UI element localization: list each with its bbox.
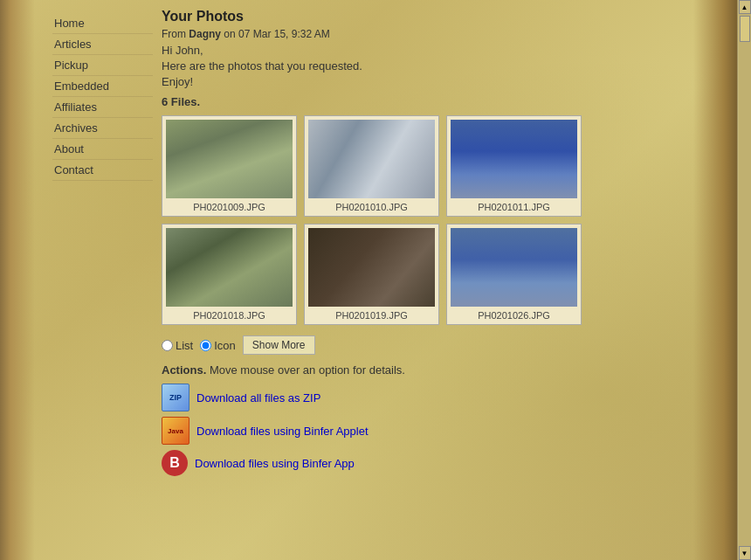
binfer-icon: B: [162, 450, 188, 476]
send-date: 07 Mar 15, 9:32 AM: [238, 28, 330, 40]
sidebar-item-home[interactable]: Home: [52, 13, 153, 34]
greeting: Hi John,: [162, 44, 685, 57]
sidebar-item-archives[interactable]: Archives: [52, 118, 153, 139]
sender-name: Dagny: [189, 28, 221, 40]
page-wrapper: Home Articles Pickup Embedded Affiliates…: [0, 0, 751, 560]
photo-label-1: PH0201009.JPG: [166, 202, 293, 212]
enjoy-text: Enjoy!: [162, 75, 685, 88]
actions-label: Actions.: [162, 363, 206, 377]
photo-grid: PH0201009.JPG PH0201010.JPG PH0201011.JP…: [162, 115, 685, 325]
sidebar-item-about[interactable]: About: [52, 139, 153, 160]
right-edge: [693, 0, 737, 560]
photo-image-4: [166, 228, 293, 307]
list-radio-label[interactable]: List: [162, 339, 193, 352]
scroll-up-button[interactable]: ▲: [739, 0, 751, 14]
photo-cell-6[interactable]: PH0201026.JPG: [446, 224, 582, 325]
photo-cell-2[interactable]: PH0201010.JPG: [304, 115, 439, 217]
actions-hint: Move mouse over an option for details.: [210, 363, 405, 377]
from-line: From Dagny on 07 Mar 15, 9:32 AM: [162, 28, 685, 40]
show-more-button[interactable]: Show More: [243, 335, 315, 355]
message-body: Here are the photos that you requested.: [162, 59, 685, 73]
left-edge: [0, 0, 35, 560]
photo-label-4: PH0201018.JPG: [166, 310, 293, 321]
sidebar-item-articles[interactable]: Articles: [52, 34, 153, 55]
list-radio[interactable]: [162, 340, 173, 351]
photo-label-6: PH0201026.JPG: [451, 310, 577, 321]
content-area: Your Photos From Dagny on 07 Mar 15, 9:3…: [157, 4, 693, 556]
icon-radio[interactable]: [200, 340, 211, 351]
page-title: Your Photos: [162, 9, 685, 24]
photo-label-2: PH0201010.JPG: [308, 202, 435, 212]
scroll-thumb[interactable]: [740, 16, 750, 42]
photo-label-5: PH0201019.JPG: [308, 310, 435, 321]
scroll-track: [739, 14, 751, 546]
photo-image-6: [451, 228, 577, 307]
files-count: 6 Files.: [162, 95, 685, 108]
photo-cell-3[interactable]: PH0201011.JPG: [446, 115, 582, 217]
photo-image-3: [451, 120, 577, 198]
main-content: Home Articles Pickup Embedded Affiliates…: [35, 0, 693, 560]
action-item-binfer: B Download files using Binfer App: [162, 450, 685, 476]
download-app-link[interactable]: Download files using Binfer App: [195, 457, 355, 470]
sidebar-item-pickup[interactable]: Pickup: [52, 55, 153, 76]
sidebar-item-contact[interactable]: Contact: [52, 160, 153, 181]
view-options: List Icon Show More: [162, 335, 685, 355]
action-item-java: Java Download files using Binfer Applet: [162, 417, 685, 445]
action-item-zip: ZIP Download all files as ZIP: [162, 384, 685, 411]
photo-label-3: PH0201011.JPG: [451, 202, 577, 212]
photo-cell-5[interactable]: PH0201019.JPG: [304, 224, 439, 325]
sidebar-item-embedded[interactable]: Embedded: [52, 76, 153, 97]
zip-icon: ZIP: [162, 384, 189, 411]
java-icon: Java: [162, 417, 189, 445]
photo-image-2: [308, 120, 435, 198]
actions-header: Actions. Move mouse over an option for d…: [162, 363, 685, 377]
photo-image-1: [166, 120, 293, 198]
download-zip-link[interactable]: Download all files as ZIP: [196, 391, 320, 404]
download-applet-link[interactable]: Download files using Binfer Applet: [196, 425, 369, 438]
photo-cell-1[interactable]: PH0201009.JPG: [162, 115, 297, 217]
photo-cell-4[interactable]: PH0201018.JPG: [162, 224, 297, 325]
scrollbar: ▲ ▼: [737, 0, 751, 560]
sidebar: Home Articles Pickup Embedded Affiliates…: [35, 4, 157, 556]
sidebar-item-affiliates[interactable]: Affiliates: [52, 97, 153, 118]
icon-radio-label[interactable]: Icon: [200, 339, 236, 352]
photo-image-5: [308, 228, 435, 307]
scroll-down-button[interactable]: ▼: [739, 546, 751, 560]
